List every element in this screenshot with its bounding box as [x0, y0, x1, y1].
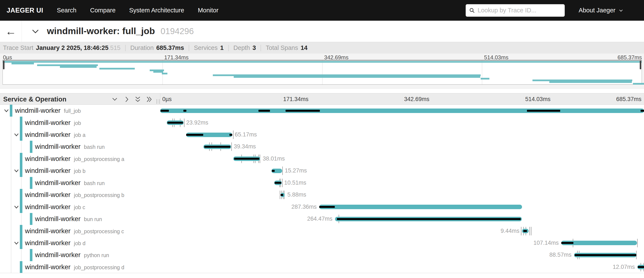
timeline-column-header: Service & Operation 0µs171.34ms342.69ms5… — [0, 93, 644, 105]
summary-value: 685.37ms — [156, 44, 184, 52]
span-row[interactable]: windmill-workerjob_postprocessing d12.07… — [0, 261, 644, 273]
service-name: windmill-workerjob_postprocessing d — [25, 263, 124, 271]
minimap-left-scrubber[interactable] — [3, 61, 4, 69]
trace-lookup-input[interactable] — [478, 7, 562, 14]
span-row[interactable]: windmill-workerjob23.92ms — [0, 116, 644, 128]
tree-guide — [11, 213, 11, 225]
tree-guide — [21, 213, 22, 225]
collapse-one-button[interactable] — [110, 96, 119, 103]
span-bar-marker — [186, 134, 203, 136]
span-row[interactable]: windmill-workerjob b15.27ms — [0, 165, 644, 177]
tree-guide — [11, 141, 11, 153]
span-bar[interactable] — [281, 193, 285, 197]
chevron-down-icon — [30, 27, 40, 36]
tree-guide — [21, 141, 22, 153]
app-brand[interactable]: JAEGER UI — [6, 6, 43, 14]
about-jaeger-menu[interactable]: About Jaeger — [578, 7, 624, 14]
tree-guide — [11, 129, 11, 141]
operation-name: full_job — [64, 108, 81, 114]
tree-guide — [11, 116, 11, 128]
span-duration-label: 88.57ms — [549, 252, 572, 258]
span-row[interactable]: windmill-workerbash run39.34ms — [0, 141, 644, 153]
minimap-bar — [633, 83, 644, 85]
span-bar[interactable] — [204, 144, 231, 149]
span-row[interactable]: windmill-workerfull_job — [0, 105, 644, 116]
span-accent — [30, 249, 32, 261]
span-accent — [20, 165, 22, 177]
summary-separator — [260, 45, 261, 51]
span-log-tick — [231, 142, 232, 151]
tree-chevron-icon[interactable] — [13, 132, 20, 138]
span-bar[interactable] — [160, 108, 644, 113]
operation-name: bash run — [84, 180, 105, 186]
summary-label: Total Spans — [266, 44, 298, 52]
expand-all-button[interactable] — [144, 96, 153, 103]
span-bar[interactable] — [319, 205, 522, 209]
trace-summary-bar: Trace StartJanuary 2 2025, 18:46:25.515D… — [0, 42, 644, 54]
span-bar[interactable] — [638, 265, 644, 269]
collapse-all-button[interactable] — [134, 96, 142, 103]
tree-guide — [21, 249, 22, 261]
nav-item-search[interactable]: Search — [57, 7, 76, 14]
span-accent — [20, 116, 22, 128]
nav-items: SearchCompareSystem ArchitectureMonitor — [43, 7, 218, 14]
span-row[interactable]: windmill-workerbash run10.51ms — [0, 177, 644, 189]
nav-item-system-architecture[interactable]: System Architecture — [129, 7, 184, 14]
tree-chevron-icon[interactable] — [13, 168, 20, 174]
span-bar[interactable] — [274, 180, 282, 185]
span-bar-marker — [204, 146, 230, 148]
span-row[interactable]: windmill-workerjob_postprocessing b5.88m… — [0, 189, 644, 201]
span-bar[interactable] — [574, 253, 636, 257]
span-row[interactable]: windmill-workerbun run264.47ms — [0, 213, 644, 225]
span-bar[interactable] — [233, 156, 260, 161]
operation-name: job c — [74, 204, 85, 210]
span-bar-marker — [184, 110, 186, 112]
nav-item-compare[interactable]: Compare — [90, 7, 116, 14]
summary-label: Trace Start — [3, 44, 33, 52]
tree-chevron-icon[interactable] — [3, 108, 10, 114]
span-row[interactable]: windmill-workerpython run88.57ms — [0, 249, 644, 261]
span-row[interactable]: windmill-workerjob_postprocessing c9.44m… — [0, 225, 644, 237]
span-row[interactable]: windmill-workerjob_postprocessing a38.01… — [0, 153, 644, 165]
tree-chevron-icon[interactable] — [13, 204, 20, 210]
minimap-bar — [37, 64, 98, 66]
trace-collapse-toggle[interactable] — [30, 26, 41, 36]
span-duration-label: 5.88ms — [287, 192, 306, 198]
span-bar[interactable] — [561, 241, 637, 245]
back-button[interactable]: ← — [0, 21, 22, 42]
expand-one-button[interactable] — [122, 96, 131, 103]
nav-item-monitor[interactable]: Monitor — [198, 7, 218, 14]
span-rows: windmill-workerfull_jobwindmill-workerjo… — [0, 105, 644, 273]
span-bar[interactable] — [167, 120, 184, 125]
span-bar[interactable] — [272, 169, 282, 173]
tree-chevron-icon[interactable] — [13, 240, 20, 246]
tree-guide — [11, 261, 11, 273]
tree-guide — [11, 189, 11, 201]
span-row[interactable]: windmill-workerjob d107.14ms — [0, 237, 644, 249]
span-bar-marker — [272, 170, 275, 172]
trace-lookup-search[interactable] — [466, 4, 565, 17]
span-bar[interactable] — [335, 217, 522, 221]
axis-label: 685.37ms — [616, 96, 642, 102]
span-bar-marker — [337, 218, 521, 220]
operation-name: job_postprocessing a — [74, 156, 124, 162]
span-row[interactable]: windmill-workerjob c287.36ms — [0, 201, 644, 213]
trace-title: windmill-worker: full_job — [47, 26, 155, 36]
span-accent — [20, 201, 22, 213]
minimap-bar — [481, 78, 490, 80]
span-accent — [20, 153, 22, 165]
span-duration-label: 107.14ms — [533, 240, 559, 246]
operation-name: job_postprocessing b — [74, 192, 124, 198]
span-row[interactable]: windmill-workerjob a65.17ms — [0, 129, 644, 141]
span-bar-marker — [258, 110, 270, 112]
span-bar[interactable] — [522, 229, 529, 233]
operation-name: job a — [74, 132, 86, 138]
minimap-canvas[interactable] — [2, 60, 642, 85]
operation-name: bun run — [84, 216, 102, 222]
minimap-bar — [213, 74, 481, 76]
minimap-right-scrubber[interactable] — [640, 61, 641, 69]
span-bar-marker — [575, 254, 636, 256]
span-bar[interactable] — [186, 132, 232, 137]
column-resize-handle[interactable] — [156, 99, 160, 104]
span-log-tick — [282, 179, 282, 187]
